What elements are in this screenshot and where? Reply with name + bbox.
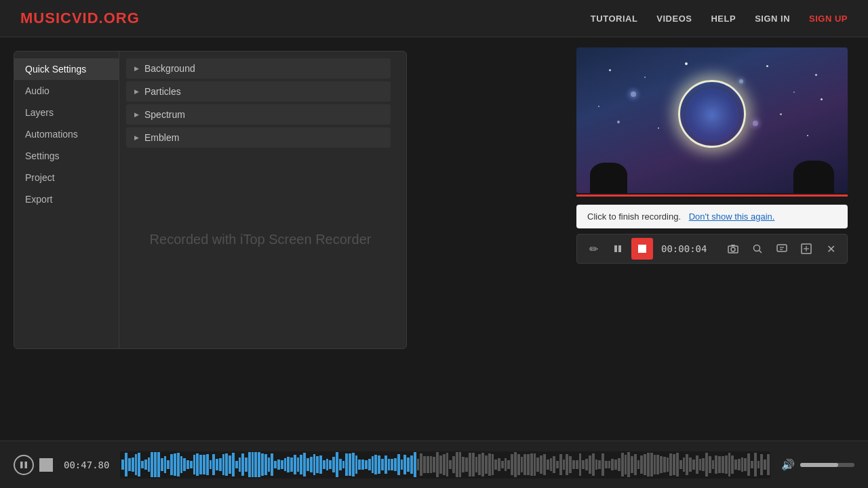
waveform-bar <box>384 455 387 474</box>
waveform-bar <box>608 461 611 469</box>
waveform-bar <box>614 460 617 470</box>
waveform-bar <box>397 454 400 476</box>
waveform-bar <box>472 453 475 476</box>
waveform-bar <box>339 459 342 470</box>
waveform-bar <box>702 458 705 472</box>
sidebar-item-settings[interactable]: Settings <box>14 145 119 167</box>
waveform-bar <box>365 460 368 468</box>
waveform-bar <box>164 456 167 472</box>
waveform-bar <box>728 453 731 476</box>
layer-item-emblem[interactable]: ▶ Emblem <box>126 127 391 148</box>
timeline-stop-button[interactable] <box>39 458 53 472</box>
waveform-bar <box>566 454 568 474</box>
sidebar-item-quick-settings[interactable]: Quick Settings <box>14 58 119 80</box>
waveform-bar <box>465 458 468 472</box>
sidebar-item-export[interactable]: Export <box>14 188 119 210</box>
waveform-bar <box>452 456 455 473</box>
annotation-button[interactable] <box>771 238 793 260</box>
waveform-bar <box>290 458 293 471</box>
volume-area: 🔊 <box>781 458 854 471</box>
waveform-bar <box>391 459 393 471</box>
waveform-bar <box>462 457 465 472</box>
waveform-bar <box>618 458 620 471</box>
nav-help[interactable]: HELP <box>711 14 736 24</box>
waveform-bar <box>640 455 643 474</box>
waveform-bar <box>372 456 374 473</box>
waveform-bar <box>316 456 319 474</box>
sidebar: Quick Settings Audio Layers Automations … <box>14 52 119 348</box>
waveform-bar <box>524 454 526 476</box>
waveform-bar <box>368 459 371 470</box>
waveform-bar <box>403 455 406 474</box>
sidebar-item-project[interactable]: Project <box>14 167 119 188</box>
waveform-bar <box>592 453 595 476</box>
pencil-button[interactable]: ✏ <box>583 238 604 260</box>
waveform-bar <box>281 460 283 469</box>
waveform-bar <box>481 453 484 476</box>
waveform-bar <box>621 453 624 476</box>
logo-accent: ORG <box>104 9 140 26</box>
waveform-bar <box>709 456 711 473</box>
stop-recording-button[interactable] <box>631 238 653 260</box>
waveform-bar <box>738 459 741 470</box>
waveform-bar <box>650 453 653 477</box>
waveform-bar <box>718 456 721 474</box>
waveform-bar <box>683 458 686 472</box>
waveform-bar <box>248 452 251 478</box>
svg-rect-5 <box>731 245 735 246</box>
waveform-bar <box>485 455 488 474</box>
waveform-bar <box>439 455 442 474</box>
nav-tutorial[interactable]: TUTORIAL <box>591 14 637 24</box>
waveform-bar <box>436 452 439 477</box>
layer-item-spectrum[interactable]: ▶ Spectrum <box>126 104 391 125</box>
waveform-bar <box>157 452 160 477</box>
waveform-bar <box>751 461 753 468</box>
waveform-bar <box>443 454 446 475</box>
waveform-bar <box>239 458 241 471</box>
waveform-bar <box>420 453 422 476</box>
content-panel: ▶ Background ▶ Particles ▶ Spectrum ▶ Em… <box>119 52 406 348</box>
screenshot-button[interactable] <box>722 238 744 260</box>
close-button[interactable]: ✕ <box>820 238 842 260</box>
waveform-bar <box>212 454 215 476</box>
waveform-bar <box>576 460 578 469</box>
waveform-bar <box>579 453 582 475</box>
layer-arrow: ▶ <box>134 111 139 118</box>
camera-icon <box>728 243 738 254</box>
waveform-bar <box>199 455 202 474</box>
waveform[interactable] <box>120 451 770 479</box>
waveform-bar <box>235 461 238 468</box>
layer-item-particles[interactable]: ▶ Particles <box>126 81 391 102</box>
waveform-bar <box>186 460 189 469</box>
video-preview[interactable] <box>576 47 848 193</box>
sidebar-item-layers[interactable]: Layers <box>14 102 119 123</box>
waveform-bar <box>625 455 627 475</box>
recording-dismiss-link[interactable]: Don't show this again. <box>689 211 775 222</box>
zoom-button[interactable] <box>747 238 768 260</box>
layer-item-background[interactable]: ▶ Background <box>126 58 391 79</box>
nav-signup[interactable]: SIGN UP <box>809 14 848 24</box>
waveform-bar <box>459 452 462 477</box>
waveform-bar <box>686 454 688 474</box>
waveform-bar <box>141 461 144 468</box>
layer-label-background: Background <box>144 63 195 74</box>
pause-button[interactable] <box>607 238 629 260</box>
sidebar-item-automations[interactable]: Automations <box>14 123 119 145</box>
waveform-bar <box>527 454 530 476</box>
sidebar-item-audio[interactable]: Audio <box>14 80 119 102</box>
waveform-bar <box>414 452 416 476</box>
left-panel: Quick Settings Audio Layers Automations … <box>0 37 420 441</box>
edit-button[interactable] <box>795 238 817 260</box>
nav: TUTORIAL VIDEOS HELP SIGN IN SIGN UP <box>591 14 848 24</box>
nav-videos[interactable]: VIDEOS <box>656 14 692 24</box>
stop-icon <box>638 245 646 253</box>
layer-label-emblem: Emblem <box>144 132 179 143</box>
nav-signin[interactable]: SIGN IN <box>755 14 790 24</box>
volume-slider[interactable] <box>800 463 854 467</box>
chat-icon <box>776 243 787 254</box>
waveform-bar <box>332 457 335 473</box>
waveform-bar <box>161 458 163 470</box>
waveform-bar <box>135 454 138 474</box>
svg-rect-14 <box>20 462 23 468</box>
pause-play-button[interactable] <box>14 455 34 475</box>
